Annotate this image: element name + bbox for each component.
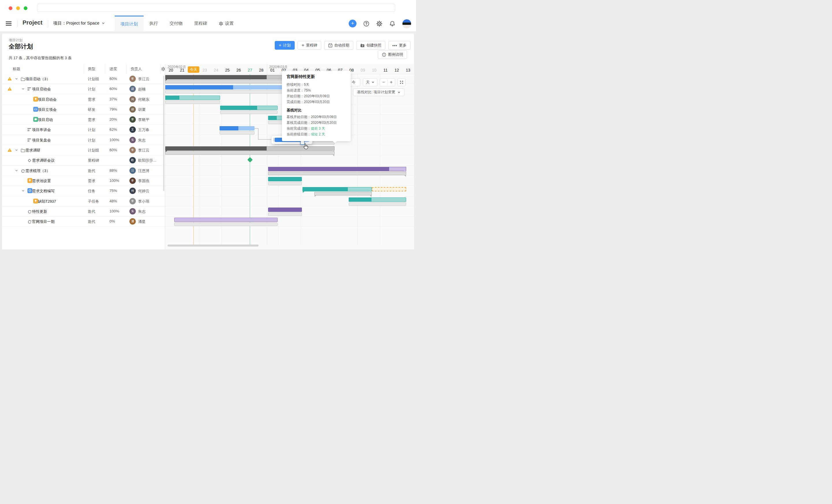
tab-交付物[interactable]: 交付物 — [164, 16, 188, 31]
tab-项目计划[interactable]: 项目计划 — [115, 16, 144, 31]
traffic-light-close[interactable] — [9, 6, 12, 10]
gantt-bar[interactable] — [349, 197, 406, 202]
tab-label: 交付物 — [170, 21, 183, 26]
gantt-bar[interactable] — [303, 187, 372, 191]
task-title[interactable]: 需求调研 — [25, 148, 41, 153]
legend-button[interactable]: 图例说明 — [378, 50, 407, 59]
table-row[interactable]: 项目立项会研发79%胡胡夏 — [2, 105, 165, 115]
table-row[interactable]: 缺陷T2937子任务48%李李小瑶 — [2, 196, 165, 206]
project-switcher[interactable]: 项目：Project for Space — [53, 21, 105, 26]
table-row[interactable]: 项目启动会计划60%赵赵楠 — [2, 84, 165, 94]
timeline-day: 20 — [165, 68, 177, 74]
task-owner: 李晓平 — [138, 117, 149, 122]
table-row[interactable]: 需求文档编写任务75%何何婷云 — [2, 186, 165, 196]
baseline-compare-select[interactable]: 基线对比: 项目计划变更 — [353, 88, 405, 96]
table-row[interactable]: 特性更新迭代100%朱朱志 — [2, 206, 165, 217]
owner-avatar: 李 — [129, 116, 136, 123]
task-title[interactable]: 项目启动会 — [32, 87, 51, 92]
task-title[interactable]: 需求文档编写 — [32, 189, 55, 194]
gantt-bar[interactable] — [268, 177, 302, 181]
task-title[interactable]: 缺陷T2937 — [38, 199, 56, 204]
tooltip-title: 官网新特性更新 — [287, 74, 346, 79]
task-title[interactable]: 官网项目一期 — [32, 219, 55, 224]
gantt-horizontal-scrollbar[interactable] — [167, 245, 259, 247]
tab-执行[interactable]: 执行 — [144, 16, 164, 31]
task-title[interactable]: 项目启动会 — [38, 97, 57, 102]
zoom-in-button[interactable]: + — [388, 80, 395, 85]
gantt-bar[interactable] — [165, 95, 220, 100]
gantt-bar[interactable] — [268, 207, 302, 212]
gantt-bar[interactable] — [219, 126, 255, 131]
zoom-out-button[interactable]: − — [380, 80, 388, 85]
traffic-light-minimize[interactable] — [16, 6, 20, 10]
timeline-day: 24 — [210, 68, 222, 74]
fullscreen-button[interactable] — [397, 78, 406, 86]
baseline-bar — [268, 172, 406, 175]
iteration-icon — [27, 220, 32, 224]
table-row[interactable]: 需求调研计划组60%李李江云 — [2, 145, 165, 155]
folder-icon — [21, 77, 25, 81]
create-plus-button[interactable]: + — [349, 20, 357, 27]
timeline-day: 23 — [199, 68, 210, 74]
task-title[interactable]: 需求梳理（3） — [25, 168, 50, 173]
bar-progress-fill — [165, 75, 267, 79]
expand-chevron-icon[interactable] — [22, 189, 25, 192]
task-title[interactable]: 项目立项会 — [38, 107, 57, 112]
table-header: 标题 类型 进度 负责人 — [2, 64, 165, 74]
tab-设置[interactable]: 设置 — [213, 16, 239, 31]
task-title[interactable]: 项目串讲会 — [32, 127, 51, 133]
bar-notch — [404, 175, 406, 177]
bar-progress-fill — [165, 146, 267, 151]
bar-notch — [332, 155, 334, 156]
expand-chevron-icon[interactable] — [15, 149, 18, 151]
task-type: 里程碑 — [88, 158, 99, 163]
task-type: 计划 — [88, 138, 95, 143]
table-row[interactable]: 项目启动（3）计划组60%李李江云 — [2, 74, 165, 84]
bulb-icon — [33, 97, 38, 102]
table-row[interactable]: 项目串讲会计划62%王王万春 — [2, 125, 165, 135]
table-row[interactable]: 项目复盘会计划100%朱朱志 — [2, 135, 165, 145]
create-snapshot-button[interactable]: 创建快照 — [356, 41, 385, 50]
tab-里程碑[interactable]: 里程碑 — [188, 16, 213, 31]
gantt-bar[interactable] — [174, 218, 278, 222]
task-owner: 赵楠 — [138, 87, 146, 92]
settings-gear-icon[interactable] — [376, 21, 383, 27]
task-title[interactable]: 需求池设置 — [32, 178, 51, 184]
url-bar[interactable] — [37, 4, 395, 12]
milestone-diamond[interactable] — [247, 157, 253, 163]
table-row[interactable]: 需求池设置需求100%李李国燕 — [2, 176, 165, 186]
hamburger-menu-icon[interactable] — [6, 21, 11, 26]
baseline-compare-value: 基线对比: 项目计划变更 — [357, 90, 395, 95]
notifications-bell-icon[interactable] — [389, 21, 395, 27]
expand-chevron-icon[interactable] — [15, 169, 18, 172]
task-progress: 100% — [109, 209, 119, 213]
auto-schedule-button[interactable]: 自动排期 — [324, 41, 353, 50]
table-vertical-scrollbar[interactable] — [163, 76, 164, 191]
col-progress: 进度 — [109, 66, 117, 72]
task-title[interactable]: 项目启动（3） — [25, 77, 50, 82]
expand-chevron-icon[interactable] — [15, 77, 18, 80]
task-title[interactable]: 项目复盘会 — [32, 138, 51, 143]
add-plan-button[interactable]: +计划 — [275, 41, 295, 50]
table-row[interactable]: 需求调研会议里程碑欧欧阳莎莎... — [2, 155, 165, 165]
table-row[interactable]: 官网项目一期迭代0%潘潘星 — [2, 217, 165, 227]
gantt-bar[interactable] — [268, 167, 406, 171]
expand-chevron-icon[interactable] — [22, 87, 25, 90]
gantt-bar[interactable] — [220, 106, 278, 110]
add-milestone-button[interactable]: +里程碑 — [297, 41, 321, 50]
traffic-light-zoom[interactable] — [24, 6, 27, 10]
more-button[interactable]: •••更多 — [388, 41, 411, 50]
gantt-bar[interactable] — [165, 146, 335, 151]
task-title[interactable]: 需求调研会议 — [32, 158, 55, 163]
table-row[interactable]: 需求梳理（3）迭代88%汪汪恩博 — [2, 166, 165, 176]
help-icon[interactable] — [363, 21, 369, 27]
timeline-day: 21 — [177, 68, 188, 74]
time-unit-select[interactable]: 天 — [363, 78, 377, 86]
task-title[interactable]: 项目启动 — [38, 117, 53, 122]
user-avatar[interactable] — [402, 19, 411, 28]
tooltip-baseline-rows: 基线开始日期：2020年03月09日基线完成日期：2020年03月20日当前完成… — [287, 114, 346, 137]
task-title[interactable]: 特性更新 — [32, 209, 47, 214]
tooltip-row: 当前完成日期：提前 3 天 — [287, 125, 346, 131]
table-row[interactable]: 项目启动会需求37%何何晓东 — [2, 94, 165, 105]
table-row[interactable]: 项目启动需求20%李李晓平 — [2, 115, 165, 125]
